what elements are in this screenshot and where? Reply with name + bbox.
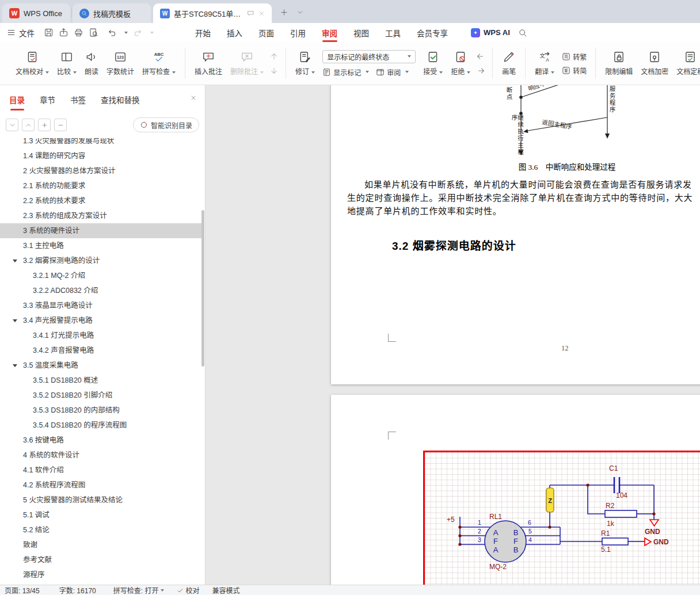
toc-item[interactable]: 3.5.4 DS18B20 的程序流程图 [0,418,201,433]
ribbon-restrict-editing-button[interactable]: 限制编辑 [601,48,637,79]
toc-expand-arrow-icon[interactable] [13,319,17,322]
status-spellcheck[interactable]: 拼写检查: 打开 [113,585,165,595]
toc-item[interactable]: 4.2 系统程序流程图 [0,478,201,493]
next-revision-icon[interactable] [475,66,486,76]
redo-icon[interactable] [133,28,143,37]
sidebar-tab-contents[interactable]: 目录 [9,85,25,114]
comment-bubble-icon[interactable] [247,10,254,17]
tab-list-caret[interactable] [294,6,306,18]
toc-item[interactable]: 3.3 液晶显示电路设计 [0,298,201,313]
ribbon-finalize-button[interactable]: 文档定稿 [672,48,700,79]
sidebar-tab-chapters[interactable]: 章节 [40,85,55,114]
ribbon-track-changes-button[interactable]: 修订 [291,48,319,79]
wps-ai-button[interactable]: ✦ WPS AI [471,28,510,37]
toc-item[interactable]: 2.1 系统的功能要求 [0,178,201,193]
menu-tab-view[interactable]: 视图 [345,23,377,42]
menu-tab-insert[interactable]: 插入 [219,23,250,42]
previous-revision-icon[interactable] [475,51,486,62]
expand-all-button[interactable] [22,119,35,131]
smart-toc-button[interactable]: 智能识别目录 [133,117,199,132]
toc-item[interactable]: 3.5.2 DS18B20 引脚介绍 [0,388,201,403]
ribbon-compare-button[interactable]: 比较 [53,48,81,79]
toc-item[interactable]: 源程序 [0,567,201,582]
ribbon-word-count-button[interactable]: 123 字数统计 [102,48,138,79]
previous-comment-icon[interactable] [269,51,279,62]
status-word-count[interactable]: 字数: 16170 [59,585,96,595]
ribbon-insert-comment-button[interactable]: 插入批注 [191,48,226,79]
print-icon[interactable] [74,28,83,37]
toc-item[interactable]: 2 火灾报警器的总体方案设计 [0,163,201,178]
toc-item[interactable]: 3.2.1 MQ-2 介绍 [0,268,201,283]
menu-tab-tools[interactable]: 工具 [377,23,409,42]
toc-item[interactable]: 2.3 系统的组成及方案设计 [0,208,201,223]
redo-caret[interactable] [150,32,154,34]
toc-item[interactable]: 3.5.1 DS18B20 概述 [0,373,201,388]
zoom-in-outline-button[interactable] [38,119,51,131]
toc-item[interactable]: 5.1 调试 [0,508,201,522]
toc-item[interactable]: 1.3 火灾报警器的发展与现状 [0,138,201,148]
ribbon-accept-button[interactable]: 接受 [419,48,447,79]
tab-document[interactable]: W 基于STC89C51单片机的无线... [153,3,272,23]
toc-item[interactable]: 5.2 结论 [0,522,201,537]
save-icon[interactable] [44,28,54,37]
toc-item[interactable]: 3.1 主控电路 [0,238,201,253]
toc-item[interactable]: 3.5.3 DS18B20 的内部结构 [0,403,201,418]
simplified-to-traditional-button[interactable]: 简 转繁 [562,52,587,62]
menu-tab-reference[interactable]: 引用 [282,23,314,42]
toc-item[interactable]: 3 系统的硬件设计 [0,223,201,238]
toc-item[interactable]: 3.6 按键电路 [0,433,201,448]
status-proofread[interactable]: 校对 [177,585,199,595]
ribbon-translate-button[interactable]: 文A 翻译 [531,48,558,79]
show-marks-button[interactable]: 显示标记 [322,67,369,77]
search-icon[interactable] [518,28,527,37]
sidebar-scrollbar[interactable] [201,210,204,367]
toc-item[interactable]: 1.4 课题的研究内容 [0,148,201,163]
menu-tab-review[interactable]: 审阅 [314,23,345,42]
ribbon-encrypt-button[interactable]: 文档加密 [637,48,672,79]
ribbon-doc-proofread-button[interactable]: 文档校对 [12,48,53,79]
tab-docer-template[interactable]: 找稿壳模板 [73,3,151,23]
menu-tab-page[interactable]: 页面 [250,23,282,42]
toc-item[interactable]: 3.2.2 ADC0832 介绍 [0,283,201,298]
toc-item[interactable]: 3.5 温度采集电路 [0,358,201,373]
toc-item[interactable]: 5 火灾报警器的测试结果及结论 [0,493,201,508]
sidebar-tab-find-replace[interactable]: 查找和替换 [101,85,140,114]
tab-wps-office[interactable]: W WPS Office [2,3,70,23]
toc-item[interactable]: 4.1 软件介绍 [0,463,201,478]
toc-item[interactable]: 致谢 [0,537,201,552]
undo-icon[interactable] [107,28,117,37]
close-tab-icon[interactable] [258,10,265,17]
menu-tab-member[interactable]: 会员专享 [409,23,456,42]
ribbon-read-aloud-button[interactable]: 朗读 [81,48,102,79]
toc-item[interactable]: 参考文献 [0,552,201,567]
display-state-dropdown[interactable]: 显示标记的最终状态 [322,50,416,63]
toc-item[interactable]: 3.4.1 灯光提示电路 [0,328,201,343]
toc-expand-arrow-icon[interactable] [13,364,17,367]
export-icon[interactable] [59,28,69,37]
toc-item[interactable]: 3.4 声光报警提示电路 [0,313,201,328]
toc-expand-arrow-icon[interactable] [13,260,17,262]
traditional-to-simplified-button[interactable]: 繁 转简 [562,66,587,75]
sidebar-tab-bookmarks[interactable]: 书签 [70,85,86,114]
document-canvas[interactable]: 断点 继续执行主程序 中断服务程序 响应中断 返回主程序 图 3.6 中断响应和… [206,85,700,585]
status-compat-mode[interactable]: 兼容模式 [212,585,239,595]
undo-caret[interactable] [124,32,128,34]
toc-item[interactable]: 3.4.2 声音报警电路 [0,343,201,358]
toc-item[interactable]: 3.2 烟雾探测电路的设计 [0,253,201,268]
close-sidebar-icon[interactable] [190,94,197,101]
file-menu-button[interactable]: 文件 [7,27,35,39]
toc-item[interactable]: 2.2 系统的技术要求 [0,193,201,208]
ribbon-pen-button[interactable]: 画笔 [498,48,520,79]
status-page-indicator[interactable]: 页面: 13/45 [5,585,40,595]
new-tab-button[interactable] [277,6,290,18]
zoom-out-outline-button[interactable] [54,119,67,131]
ribbon-reject-button[interactable]: 拒绝 [447,48,474,79]
ribbon-spell-check-button[interactable]: ABC 拼写检查 [138,48,180,79]
next-comment-icon[interactable] [269,66,279,76]
toc-item[interactable]: 4 系统的软件设计 [0,448,201,463]
ribbon-delete-comment-button[interactable]: 删除批注 [226,48,268,79]
review-pane-button[interactable]: 审阅 [376,67,409,77]
menu-tab-home[interactable]: 开始 [187,23,219,42]
collapse-all-button[interactable] [6,119,18,131]
print-preview-icon[interactable] [89,28,98,37]
